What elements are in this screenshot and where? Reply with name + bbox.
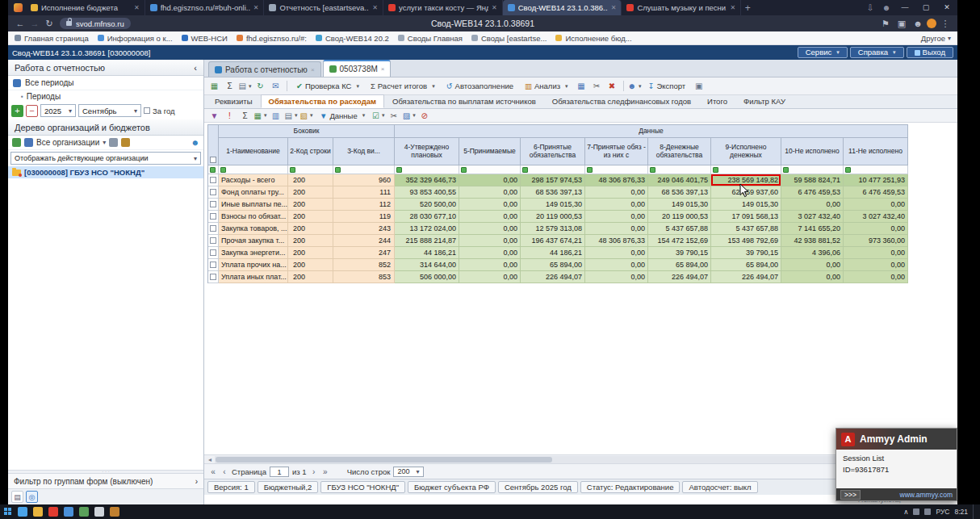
row-checkbox-cell[interactable] — [208, 259, 219, 271]
sum-icon[interactable]: Σ — [238, 109, 252, 122]
data-cell[interactable]: 0,00 — [844, 247, 908, 259]
data-cell[interactable]: 0,00 — [459, 174, 521, 186]
column-header[interactable]: 7-Принятые обяз - из них с — [585, 138, 648, 165]
data-cell[interactable]: 7 141 655,20 — [781, 223, 844, 235]
filter-cell[interactable] — [219, 165, 288, 174]
calc-totals-button[interactable]: ΣРасчет итогов — [366, 79, 440, 94]
periods-tree-node[interactable]: ▪ Периоды — [8, 90, 203, 102]
row-checkbox[interactable] — [210, 249, 216, 256]
taskbar-app-icon[interactable] — [48, 507, 58, 517]
bookmarks-more-button[interactable]: Другое ▾ — [921, 34, 951, 43]
filter-cell[interactable] — [333, 165, 395, 174]
column-header[interactable]: 6-Принятые обязательства — [521, 138, 585, 165]
row-checkbox-cell[interactable] — [208, 211, 219, 223]
maximize-button[interactable]: ▢ — [915, 0, 936, 15]
data-cell[interactable]: 17 091 568,13 — [711, 211, 781, 223]
filter-cell[interactable] — [208, 165, 219, 174]
data-cell[interactable]: 6 476 459,53 — [844, 186, 908, 199]
check-ks-button[interactable]: ✔Проверка КС — [291, 79, 364, 94]
data-cell[interactable]: 244 — [333, 235, 395, 247]
taskbar-app-icon[interactable] — [94, 507, 104, 517]
column-header[interactable]: 1-Наименование — [219, 138, 288, 165]
data-cell[interactable]: 6 476 459,53 — [781, 186, 844, 199]
browser-tab[interactable]: Свод-WEB14 23.1.0.386...✕ — [503, 0, 622, 15]
browser-tab[interactable]: Исполнение бюджета✕ — [26, 0, 145, 15]
data-cell[interactable]: 3 027 432,40 — [844, 211, 908, 223]
form-group-filter-row[interactable]: Фильтр по группам форм (выключен) › — [8, 474, 203, 488]
show-desktop-button[interactable] — [973, 504, 976, 519]
data-cell[interactable]: 112 — [333, 199, 395, 211]
row-name-cell[interactable]: Закупка энергети... — [219, 247, 288, 259]
data-cell[interactable]: 314 644,00 — [395, 259, 459, 271]
data-cell[interactable]: 42 938 881,52 — [781, 235, 844, 247]
print-icon[interactable] — [109, 138, 118, 147]
users-icon[interactable]: ☻ — [628, 80, 642, 93]
data-cell[interactable]: 65 894,00 — [521, 259, 585, 271]
data-cell[interactable]: 226 494,07 — [521, 271, 585, 283]
data-cell[interactable]: 249 046 401,75 — [648, 174, 711, 186]
data-cell[interactable]: 0,00 — [459, 223, 521, 235]
column-header[interactable]: 2-Код строки — [288, 138, 333, 165]
data-cell[interactable]: 0,00 — [585, 223, 648, 235]
filter-cell[interactable] — [459, 165, 521, 174]
back-icon[interactable]: ← — [13, 19, 27, 28]
extensions-icon[interactable]: ▣ — [894, 19, 909, 29]
document-tab[interactable]: 0503738М× — [323, 60, 392, 77]
data-cell[interactable]: 39 790,15 — [711, 247, 781, 259]
taskbar-app-icon[interactable] — [110, 507, 119, 517]
data-cell[interactable]: 20 119 000,53 — [648, 211, 711, 223]
rows-per-page-select[interactable]: 200 ▾ — [393, 467, 423, 477]
tab-close-icon[interactable]: ✕ — [372, 4, 378, 11]
filter-funnel-icon[interactable] — [121, 138, 130, 147]
taskbar-app-icon[interactable] — [64, 507, 73, 517]
browser-menu-icon[interactable]: ⋮ — [938, 19, 953, 29]
scroll-left-icon[interactable]: ◂ — [205, 456, 215, 463]
service-menu-button[interactable]: Сервис — [798, 47, 848, 58]
column-header[interactable]: 3-Код ви... — [333, 138, 395, 165]
data-cell[interactable]: 28 030 677,10 — [395, 211, 459, 223]
select-all-cell[interactable] — [208, 125, 219, 165]
org-ic[interactable] — [24, 138, 33, 147]
ammyy-website-link[interactable]: www.ammyy.com — [900, 491, 953, 499]
reload-icon[interactable]: ↻ — [42, 19, 57, 29]
row-checkbox[interactable] — [210, 201, 216, 207]
profile-icon[interactable]: ☻ — [911, 19, 925, 28]
sum-icon[interactable]: Σ — [223, 80, 237, 93]
data-cell[interactable]: 68 536 397,13 — [648, 186, 711, 199]
user-search-icon[interactable]: ☻ — [191, 138, 199, 147]
filter-cell[interactable] — [781, 165, 844, 174]
data-cell[interactable]: 0,00 — [844, 259, 908, 271]
row-name-cell[interactable]: Прочая закупка т... — [219, 235, 288, 247]
browser-tab[interactable]: услуги такси косту — Янд...✕ — [383, 0, 503, 15]
column-header[interactable]: 9-Исполнено денежных — [711, 138, 781, 165]
new-sheet-icon[interactable]: ▦ — [207, 80, 221, 93]
analysis-button[interactable]: ▥Анализ — [520, 79, 573, 94]
data-cell[interactable]: 44 186,21 — [521, 247, 585, 259]
close-window-button[interactable]: ✕ — [936, 0, 957, 15]
data-cell[interactable]: 62 059 937,60 — [711, 186, 781, 199]
first-page-icon[interactable]: « — [209, 467, 217, 476]
data-cell[interactable]: 200 — [288, 211, 333, 223]
browser-tab[interactable]: fhd.egisznso.ru/#buh-onli...✕ — [145, 0, 265, 15]
forward-icon[interactable]: → — [27, 19, 42, 28]
row-checkbox-cell[interactable] — [208, 186, 219, 199]
data-cell[interactable]: 200 — [288, 271, 333, 283]
data-cell[interactable]: 238 569 149,82 — [711, 174, 781, 186]
data-cell[interactable]: 59 588 824,71 — [781, 174, 844, 186]
row-checkbox-cell[interactable] — [208, 223, 219, 235]
row-checkbox-cell[interactable] — [208, 199, 219, 211]
data-cell[interactable]: 65 894,00 — [648, 259, 711, 271]
tab-close-icon[interactable]: ✕ — [730, 4, 735, 11]
form-tab[interactable]: Итого — [699, 94, 735, 108]
bookmark-item[interactable]: WEB-НСИ — [182, 34, 228, 43]
scrollbar-thumb[interactable] — [216, 457, 552, 462]
data-cell[interactable]: 0,00 — [459, 211, 521, 223]
month-select[interactable]: Сентябрь▾ — [78, 104, 141, 117]
data-cell[interactable]: 0,00 — [844, 223, 908, 235]
bookmark-item[interactable]: Своды Главная — [398, 34, 463, 43]
language-indicator[interactable]: РУС — [936, 508, 949, 516]
data-cell[interactable]: 0,00 — [844, 271, 908, 283]
bookmark-flag-icon[interactable]: ⚑ — [878, 19, 893, 29]
data-cell[interactable]: 352 329 646,73 — [395, 174, 459, 186]
data-cell[interactable]: 0,00 — [459, 186, 521, 199]
